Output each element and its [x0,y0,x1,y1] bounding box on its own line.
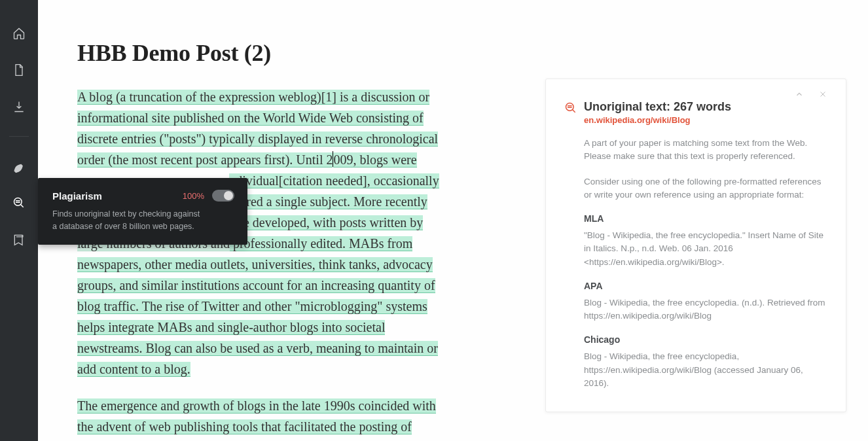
plagiarism-detail-panel: Unoriginal text: 267 words en.wikipedia.… [545,79,846,412]
panel-intro-2: Consider using one of the following pre-… [564,175,827,202]
alert-icon [564,101,577,115]
plagiarism-tooltip: Plagiarism 100% Finds unoriginal text by… [38,178,247,245]
ref-label: MLA [584,213,827,224]
panel-title: Unoriginal text: 267 words [584,100,731,114]
document-icon[interactable] [12,63,26,77]
ref-text: Blog - Wikipedia, the free encyclopedia.… [584,296,827,323]
tooltip-description: Finds unoriginal text by checking agains… [52,208,216,233]
tooltip-percentage: 100% [183,191,204,201]
close-icon[interactable] [818,90,827,99]
ref-label: APA [584,281,827,291]
ref-chicago: Chicago Blog - Wikipedia, the free encyc… [564,334,827,390]
svg-point-0 [14,198,22,206]
tooltip-title: Plagiarism [52,190,102,202]
paragraph-2: The emergence and growth of blogs in the… [77,395,496,437]
ref-text: Blog - Wikipedia, the free encyclopedia,… [584,350,827,390]
ref-apa: APA Blog - Wikipedia, the free encyclope… [564,281,827,323]
page-title: HBB Demo Post (2) [77,39,816,67]
app-sidebar [0,0,38,441]
pen-icon[interactable] [12,159,26,173]
panel-intro-1: A part of your paper is matching some te… [564,137,827,164]
panel-source-link[interactable]: en.wikipedia.org/wiki/Blog [584,115,731,125]
download-icon[interactable] [12,99,26,114]
ref-text: "Blog - Wikipedia, the free encyclopedia… [584,229,827,269]
bookmark-icon[interactable] [12,232,26,247]
plagiarism-toggle[interactable] [212,190,234,202]
post-body: A blog (a truncation of the expression w… [77,86,496,437]
collapse-icon[interactable] [795,90,804,99]
home-icon[interactable] [12,26,26,41]
ref-label: Chicago [584,334,827,345]
sidebar-divider [9,136,29,137]
ref-mla: MLA "Blog - Wikipedia, the free encyclop… [564,213,827,269]
svg-point-1 [566,103,574,111]
search-text-icon[interactable] [12,196,26,210]
